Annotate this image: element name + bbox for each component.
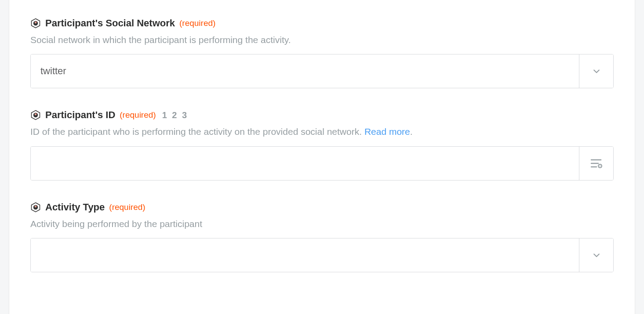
social-network-select[interactable]: twitter <box>30 54 614 88</box>
field-label: Participant's ID <box>45 109 115 121</box>
field-label: Activity Type <box>45 202 105 213</box>
required-badge: (required) <box>120 110 156 120</box>
chevron-down-icon <box>592 251 601 260</box>
app-hex-icon <box>30 110 41 120</box>
app-hex-icon <box>30 202 41 213</box>
field-description: Activity being performed by the particip… <box>30 217 614 230</box>
participant-id-input[interactable] <box>30 146 614 180</box>
required-badge: (required) <box>179 18 215 28</box>
read-more-link[interactable]: Read more <box>364 126 410 137</box>
description-text: ID of the participant who is performing … <box>30 126 364 137</box>
field-description: ID of the participant who is performing … <box>30 125 614 138</box>
svg-point-3 <box>36 22 36 22</box>
field-header: Participant's Social Network (required) <box>30 18 614 29</box>
text-input[interactable] <box>31 147 579 180</box>
field-social-network: Participant's Social Network (required) … <box>30 18 614 88</box>
app-hex-icon <box>30 18 41 29</box>
insert-list-plus-icon <box>590 158 603 169</box>
dropdown-toggle[interactable] <box>579 238 613 272</box>
select-value: twitter <box>31 54 579 88</box>
form-panel: Participant's Social Network (required) … <box>9 0 635 314</box>
chevron-down-icon <box>592 67 601 76</box>
field-header: Participant's ID (required) 1 2 3 <box>30 109 614 121</box>
activity-type-select[interactable] <box>30 238 614 272</box>
field-participant-id: Participant's ID (required) 1 2 3 ID of … <box>30 109 614 180</box>
field-description: Social network in which the participant … <box>30 33 614 46</box>
period: . <box>410 126 413 137</box>
svg-point-17 <box>36 206 36 206</box>
insert-data-button[interactable] <box>579 147 613 180</box>
required-badge: (required) <box>109 202 145 212</box>
dropdown-toggle[interactable] <box>579 54 613 88</box>
field-header: Activity Type (required) <box>30 202 614 213</box>
field-label: Participant's Social Network <box>45 18 175 29</box>
number-hint-badge: 1 2 3 <box>162 110 188 120</box>
select-value <box>31 238 579 272</box>
svg-point-7 <box>36 113 36 114</box>
field-activity-type: Activity Type (required) Activity being … <box>30 202 614 272</box>
